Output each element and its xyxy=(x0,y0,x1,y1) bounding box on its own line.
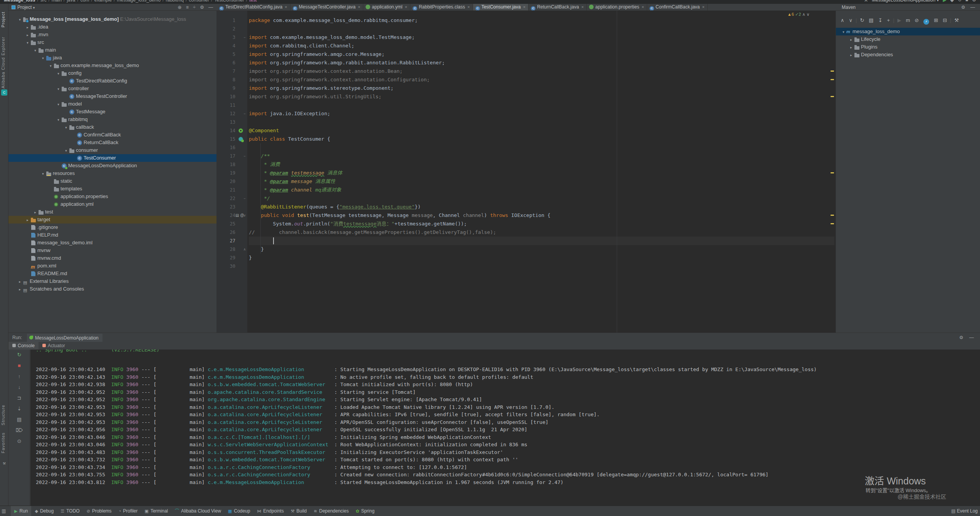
tree-chevron-icon[interactable]: ▸ xyxy=(17,286,23,293)
maven-toolbar-icon[interactable]: ⊘ xyxy=(915,16,919,25)
chevron-down-icon[interactable]: ▾ xyxy=(33,6,35,10)
debug-button[interactable]: ◆ xyxy=(950,0,954,3)
breadcrumb-item[interactable]: java xyxy=(67,0,75,3)
maven-node-lifecycle[interactable]: ▸Lifecycle xyxy=(836,35,980,43)
tree-item-controller[interactable]: ▾controller xyxy=(8,85,217,92)
close-icon[interactable]: × xyxy=(285,5,287,9)
statusbar-item-build[interactable]: ⚒Build xyxy=(287,506,310,516)
tree-item-config[interactable]: ▾config xyxy=(8,69,217,77)
maven-toolbar-icon[interactable]: ↻ xyxy=(860,16,864,25)
inspection-nav-icons[interactable]: ∧ ∨ xyxy=(802,12,809,17)
project-panel-title[interactable]: Project xyxy=(17,5,32,10)
code-editor[interactable]: 1234567891011121314151617181920212223242… xyxy=(217,11,836,333)
editor-tab[interactable]: application.properties× xyxy=(587,4,647,11)
spring-component-gutter-icon[interactable] xyxy=(238,137,243,141)
alibaba-cloud-icon[interactable]: C xyxy=(1,89,7,96)
run-tab[interactable]: MessageLossDemoApplication xyxy=(27,334,102,342)
maven-toolbar-icon[interactable]: + xyxy=(887,16,890,25)
maven-toolbar-icon[interactable]: ∨ xyxy=(849,16,853,25)
run-toolbar-icon-6[interactable]: ▤ xyxy=(15,417,23,424)
tree-item-rabbitmq[interactable]: ▾rabbitmq xyxy=(8,116,217,123)
run-console[interactable]: :: Spring Boot :: (v2.3.7.RELEASE) 2022-… xyxy=(30,350,980,506)
statusbar-item-endpoints[interactable]: ⋈Endpoints xyxy=(253,506,287,516)
run-toolbar-icon-8[interactable]: ⊙ xyxy=(15,438,23,446)
maven-toolbar-icon[interactable]: ↧ xyxy=(878,16,883,25)
tree-chevron-icon[interactable]: ▾ xyxy=(40,54,46,62)
maven-toolbar-icon[interactable]: ∧ xyxy=(841,16,844,25)
breadcrumb-item[interactable]: src xyxy=(40,0,47,3)
editor-tab[interactable]: application.yml× xyxy=(363,4,410,11)
tree-chevron-icon[interactable]: ▾ xyxy=(55,85,61,93)
editor-tab[interactable]: CConfirmCallBack.java× xyxy=(647,4,708,11)
tree-chevron-icon[interactable]: ▾ xyxy=(63,124,69,131)
tree-chevron-icon[interactable]: ▾ xyxy=(63,147,69,155)
listener-gutter-icon[interactable]: ▤ @ xyxy=(235,211,244,220)
stop-icon[interactable]: ■ xyxy=(965,0,968,3)
tree-item-callback[interactable]: ▾callback xyxy=(8,123,217,131)
tree-item-testmessage[interactable]: CTestMessage xyxy=(8,108,217,116)
editor-tab[interactable]: CReturnCallBack.java× xyxy=(529,4,587,11)
editor-tab[interactable]: CRabbitProperties.class× xyxy=(410,4,473,11)
tree-item-messagetestcontroller[interactable]: CMessageTestController xyxy=(8,92,217,100)
fold-marker-icon[interactable]: ∧ xyxy=(242,245,247,254)
breadcrumb-item[interactable]: Message_loss xyxy=(4,0,35,3)
editor-tab[interactable]: CTestConsumer.java× xyxy=(473,4,529,11)
tree-chevron-icon[interactable]: ▾ xyxy=(55,70,61,77)
tree-item-application-yml[interactable]: application.yml xyxy=(8,200,217,208)
statusbar-item-debug[interactable]: ◆Debug xyxy=(31,506,57,516)
breadcrumb-item[interactable]: consumer xyxy=(189,0,209,3)
tree-chevron-icon[interactable]: ▸ xyxy=(25,24,30,31)
tree-chevron-icon[interactable]: ▾ xyxy=(40,170,46,178)
breadcrumb-item[interactable]: message_loss_demo xyxy=(117,0,161,3)
fold-marker-icon[interactable]: − xyxy=(242,109,247,118)
run-toolbar-icon-5[interactable]: ⇣ xyxy=(15,406,23,413)
close-icon[interactable]: × xyxy=(358,5,360,9)
weak-warnings-count[interactable]: ✓2 xyxy=(795,12,802,17)
toolwindow-stripe-project[interactable]: Project xyxy=(1,12,8,27)
run-toolbar-icon-3[interactable]: ↓ xyxy=(15,384,23,392)
maven-toolbar-icon[interactable]: ▶ xyxy=(898,16,901,25)
run-configuration-select[interactable]: MessageLossDemoApplication ▾ xyxy=(872,0,939,3)
wrench-icon[interactable]: ⚒ xyxy=(1,461,7,467)
tree-item-mvnw[interactable]: mvnw xyxy=(8,247,217,254)
console-tab-console[interactable]: Console xyxy=(8,342,39,350)
tree-item-message-loss-demo-iml[interactable]: message_loss_demo.iml xyxy=(8,239,217,247)
statusbar-item-todo[interactable]: ☰TODO xyxy=(57,506,83,516)
toolwindow-stripe-favorites[interactable]: Favorites xyxy=(1,432,8,453)
tree-item-messagelossdemoapplication[interactable]: CMessageLossDemoApplication xyxy=(8,162,217,170)
statusbar-item-spring[interactable]: ✿Spring xyxy=(352,506,378,516)
tree-chevron-icon[interactable]: ▾ xyxy=(17,16,23,24)
inspections-widget[interactable]: ▲6 ✓2 ∧ ∨ xyxy=(787,11,810,17)
close-icon[interactable]: × xyxy=(641,5,644,9)
statusbar-item-codeup[interactable]: ▦Codeup xyxy=(225,506,253,516)
statusbar-item-problems[interactable]: ⊘Problems xyxy=(83,506,115,516)
tree-item-help-md[interactable]: HELP.md xyxy=(8,231,217,239)
breadcrumb-item[interactable]: TestConsumer xyxy=(214,0,244,3)
run-config-area[interactable]: ⚒MessageLossDemoApplication ▾▶◆↻■⚙ xyxy=(860,0,976,3)
toolwindow-stripe-structure[interactable]: Structure xyxy=(1,405,8,425)
maven-toolbar-icon[interactable]: ▤ xyxy=(869,16,873,25)
breadcrumb[interactable]: Message_loss/src/main/java/com/example/m… xyxy=(4,0,257,3)
tree-item-com-example-message-loss-demo[interactable]: ▾com.example.message_loss_demo xyxy=(8,62,217,69)
tree-chevron-icon[interactable]: ▾ xyxy=(55,116,61,124)
tree-item-readme-md[interactable]: README.md xyxy=(8,270,217,277)
close-icon[interactable]: × xyxy=(581,5,584,9)
build-icon[interactable]: ⚒ xyxy=(864,0,868,3)
tree-item-main[interactable]: ▾main xyxy=(8,46,217,54)
run-button[interactable]: ▶ xyxy=(943,0,946,3)
tree-chevron-icon[interactable]: ▾ xyxy=(32,47,38,54)
settings-icon[interactable]: ⚙ xyxy=(972,0,976,3)
tree-item-scratches-and-consoles[interactable]: ▸▤Scratches and Consoles xyxy=(8,285,217,293)
event-log-button[interactable]: ▤ Event Log xyxy=(951,506,978,516)
editor-tab[interactable]: CTestDirectRabbitConfig.java× xyxy=(217,4,290,11)
run-toolbar-icon-4[interactable]: ⊐ xyxy=(15,395,23,403)
tree-item-static[interactable]: static xyxy=(8,177,217,185)
console-tab-actuator[interactable]: Actuator xyxy=(39,342,69,350)
maven-toolbar-icon[interactable]: m xyxy=(906,16,910,25)
tree-item-templates[interactable]: templates xyxy=(8,185,217,193)
run-toolbar-icon-0[interactable]: ↻ xyxy=(15,352,23,360)
fold-marker-icon[interactable]: − xyxy=(242,33,247,42)
tree-item-testdirectrabbitconfig[interactable]: CTestDirectRabbitConfig xyxy=(8,77,217,85)
statusbar-item-dependencies[interactable]: ≋Dependencies xyxy=(310,506,352,516)
tree-item-mvnw-cmd[interactable]: mvnw.cmd xyxy=(8,254,217,262)
